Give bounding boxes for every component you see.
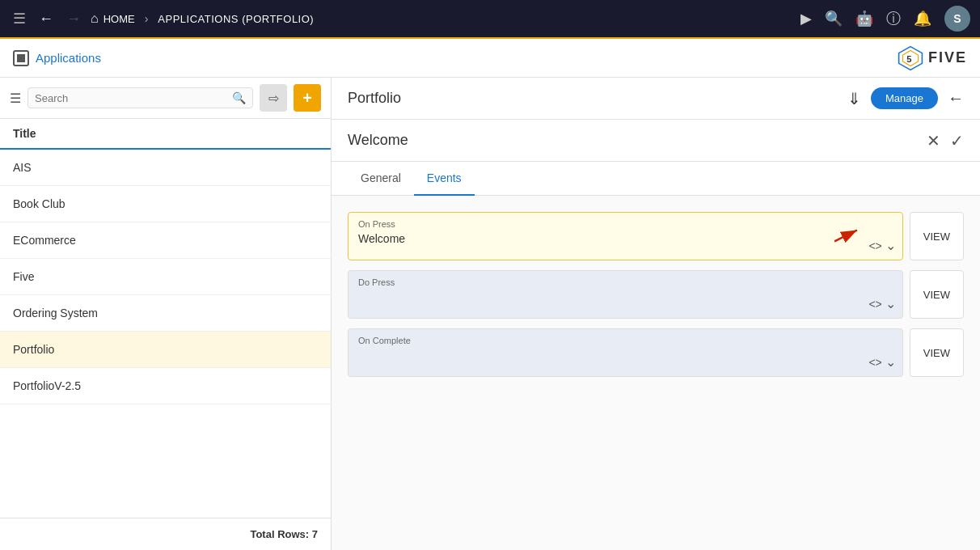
five-logo-icon: 5 bbox=[898, 45, 923, 71]
sidebar-item-label: Book Club bbox=[13, 197, 65, 210]
forward-arrow-icon[interactable]: → bbox=[63, 7, 84, 31]
svg-text:5: 5 bbox=[906, 53, 911, 63]
top-nav-right: ▶ 🔍 🤖 ⓘ 🔔 S bbox=[800, 6, 970, 32]
close-icon[interactable]: ✕ bbox=[927, 131, 940, 150]
form-actions: ✕ ✓ bbox=[927, 131, 964, 150]
download-icon[interactable]: ⇓ bbox=[847, 89, 861, 108]
help-icon[interactable]: ⓘ bbox=[886, 9, 901, 28]
sidebar-item-ordering[interactable]: Ordering System bbox=[0, 295, 331, 332]
content-header-actions: ⇓ Manage ← bbox=[847, 87, 964, 109]
code-icon-onpress[interactable]: <> bbox=[868, 239, 881, 252]
nav-chevron-icon: › bbox=[145, 12, 149, 25]
event-label-dopress: Do Press bbox=[358, 277, 893, 287]
sidebar-item-label: PortfolioV-2.5 bbox=[13, 379, 81, 392]
sidebar-item-portfoliov25[interactable]: PortfolioV-2.5 bbox=[0, 368, 331, 404]
tabs: General Events bbox=[332, 162, 980, 196]
sub-navigation: Applications 5 FIVE bbox=[0, 39, 980, 78]
event-row-oncomplete: On Complete <> ⌄ VIEW bbox=[348, 328, 964, 377]
chevron-down-icon-dopress[interactable]: ⌄ bbox=[885, 296, 896, 311]
total-rows: Total Rows: 7 bbox=[250, 528, 318, 540]
robot-icon[interactable]: 🤖 bbox=[855, 10, 873, 28]
search-icon[interactable]: 🔍 bbox=[232, 91, 246, 104]
sidebar-item-portfolio[interactable]: Portfolio bbox=[0, 332, 331, 368]
home-label: HOME bbox=[103, 13, 135, 25]
event-label-oncomplete: On Complete bbox=[358, 336, 893, 345]
menu-icon[interactable]: ☰ bbox=[10, 6, 29, 31]
content-title: Portfolio bbox=[348, 90, 401, 107]
confirm-icon[interactable]: ✓ bbox=[950, 131, 964, 150]
sidebar-item-label: Portfolio bbox=[13, 343, 54, 356]
sidebar-item-label: Ordering System bbox=[13, 307, 98, 319]
content-back-icon[interactable]: ← bbox=[948, 89, 964, 108]
event-field-onpress[interactable]: On Press Welcome <> ⌄ bbox=[348, 212, 903, 260]
event-field-actions-dopress: <> ⌄ bbox=[868, 296, 895, 311]
five-logo-text: FIVE bbox=[928, 49, 967, 66]
home-icon: ⌂ bbox=[91, 11, 99, 26]
sub-nav-title[interactable]: Applications bbox=[36, 51, 101, 65]
sidebar-item-label: AIS bbox=[13, 161, 32, 174]
sidebar-list: AIS Book Club ECommerce Five Ordering Sy… bbox=[0, 150, 331, 518]
event-row-dopress: Do Press <> ⌄ VIEW bbox=[348, 270, 964, 319]
sidebar-column-header: Title bbox=[0, 119, 331, 150]
app-icon-inner bbox=[17, 54, 25, 62]
form-title: Welcome bbox=[348, 132, 408, 149]
chevron-down-icon-onpress[interactable]: ⌄ bbox=[885, 238, 896, 253]
content-panel: Portfolio ⇓ Manage ← Welcome ✕ ✓ General… bbox=[332, 78, 980, 550]
sidebar: ☰ 🔍 ⇨ + Title AIS Book Club ECommerce Fi… bbox=[0, 78, 332, 550]
event-field-dopress[interactable]: Do Press <> ⌄ bbox=[348, 270, 903, 319]
event-value-onpress: Welcome bbox=[358, 232, 893, 245]
tab-general-label: General bbox=[361, 171, 401, 184]
event-field-actions-oncomplete: <> ⌄ bbox=[868, 354, 895, 370]
top-navigation: ☰ ← → ⌂ HOME › APPLICATIONS (PORTFOLIO) … bbox=[0, 0, 980, 39]
event-label-onpress: On Press bbox=[358, 219, 893, 229]
sidebar-item-ais[interactable]: AIS bbox=[0, 150, 331, 186]
view-button-dopress[interactable]: VIEW bbox=[910, 270, 964, 319]
sidebar-item-label: ECommerce bbox=[13, 234, 76, 247]
top-nav-left: ☰ ← → ⌂ HOME › APPLICATIONS (PORTFOLIO) bbox=[10, 6, 794, 31]
filter-icon[interactable]: ☰ bbox=[10, 91, 21, 106]
event-field-oncomplete[interactable]: On Complete <> ⌄ bbox=[348, 328, 903, 377]
home-nav[interactable]: ⌂ HOME bbox=[91, 11, 135, 26]
sub-nav-left: Applications bbox=[13, 50, 101, 66]
play-icon[interactable]: ▶ bbox=[800, 10, 812, 28]
sidebar-item-ecommerce[interactable]: ECommerce bbox=[0, 222, 331, 259]
code-icon-oncomplete[interactable]: <> bbox=[868, 356, 881, 369]
sidebar-toolbar: ☰ 🔍 ⇨ + bbox=[0, 78, 331, 119]
manage-button[interactable]: Manage bbox=[871, 87, 938, 109]
view-button-oncomplete[interactable]: VIEW bbox=[910, 328, 964, 377]
user-avatar[interactable]: S bbox=[944, 6, 970, 32]
view-button-onpress[interactable]: VIEW bbox=[910, 212, 964, 260]
search-input-wrap: 🔍 bbox=[27, 87, 253, 108]
breadcrumb: APPLICATIONS (PORTFOLIO) bbox=[158, 13, 314, 25]
bell-icon[interactable]: 🔔 bbox=[914, 10, 931, 28]
form-header: Welcome ✕ ✓ bbox=[332, 120, 980, 162]
app-icon bbox=[13, 50, 29, 66]
search-nav-icon[interactable]: 🔍 bbox=[825, 10, 843, 28]
event-field-actions-onpress: <> ⌄ bbox=[868, 238, 895, 253]
content-header: Portfolio ⇓ Manage ← bbox=[332, 78, 980, 120]
main-layout: ☰ 🔍 ⇨ + Title AIS Book Club ECommerce Fi… bbox=[0, 78, 980, 550]
back-arrow-icon[interactable]: ← bbox=[36, 7, 57, 31]
event-row-onpress: On Press Welcome <> ⌄ bbox=[348, 212, 964, 260]
code-icon-dopress[interactable]: <> bbox=[868, 298, 881, 311]
events-content: On Press Welcome <> ⌄ bbox=[332, 196, 980, 393]
sidebar-item-label: Five bbox=[13, 270, 34, 283]
tab-general[interactable]: General bbox=[348, 162, 414, 196]
import-button[interactable]: ⇨ bbox=[260, 84, 287, 112]
add-button[interactable]: + bbox=[294, 84, 321, 112]
search-input[interactable] bbox=[35, 92, 232, 104]
five-logo: 5 FIVE bbox=[898, 45, 967, 71]
sidebar-item-five[interactable]: Five bbox=[0, 259, 331, 295]
tab-events-label: Events bbox=[427, 171, 462, 184]
chevron-down-icon-oncomplete[interactable]: ⌄ bbox=[885, 354, 896, 370]
sidebar-footer: Total Rows: 7 bbox=[0, 518, 331, 550]
sidebar-item-bookclub[interactable]: Book Club bbox=[0, 186, 331, 222]
tab-events[interactable]: Events bbox=[414, 162, 475, 196]
